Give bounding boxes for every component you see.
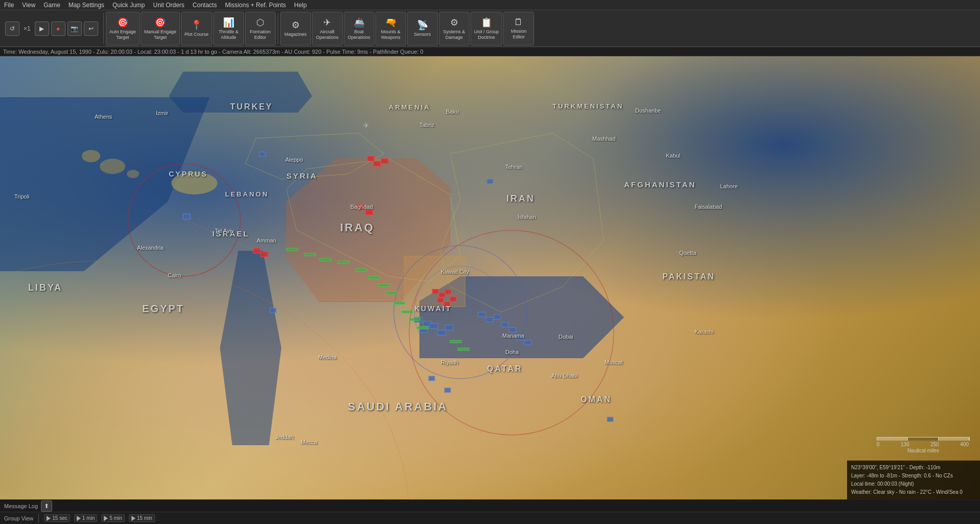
systems-damage-button[interactable]: ⚙ Systems &Damage	[439, 12, 470, 46]
status-bar: Time: Wednesday, August 15, 1990 - Zulu:…	[0, 47, 980, 56]
scale-unit: Nautical miles	[877, 448, 970, 453]
formation-label: FormationEditor	[250, 29, 271, 40]
playback-controls: ↺ ×1 ▶ ● 📷 ↩	[2, 21, 101, 36]
aircraft-ops-label: AircraftOperations	[316, 29, 339, 40]
play-5min-icon	[104, 516, 108, 521]
speed-display: ×1	[21, 25, 33, 32]
manual-engage-icon: 🎯	[154, 17, 166, 28]
auto-engage-icon: 🎯	[117, 17, 128, 28]
play-15sec-label: 15 sec	[52, 515, 67, 521]
plot-course-button[interactable]: 📍 Plot Course	[181, 12, 212, 46]
play-15min-label: 15 min	[137, 515, 152, 521]
scale-labels: 0 130 250 400	[877, 442, 969, 447]
upload-button[interactable]: ⬆	[41, 500, 52, 512]
toolbar-divider-1	[103, 13, 104, 44]
menu-unit-orders[interactable]: Unit Orders	[153, 2, 184, 9]
map-area[interactable]: ✈ TURKEY ARMENIA TURKMENISTAN CYPRUS LEB…	[0, 56, 980, 499]
menubar: File View Game Map Settings Quick Jump U…	[0, 0, 980, 10]
magazines-button[interactable]: ⚙ Magazines	[280, 12, 311, 46]
menu-view[interactable]: View	[22, 2, 35, 9]
throttle-label: Throttle &Altitude	[218, 29, 238, 40]
group-view-label: Group View	[4, 515, 33, 521]
message-log-label: Message Log	[4, 503, 38, 509]
formation-icon: ⬡	[256, 17, 264, 28]
toolbar: ↺ ×1 ▶ ● 📷 ↩ 🎯 Auto EngageTarget 🎯 Manua…	[0, 10, 980, 47]
play-5min-button[interactable]: 5 min	[101, 514, 124, 522]
menu-help[interactable]: Help	[294, 2, 307, 9]
play-15sec-icon	[47, 516, 51, 521]
doctrine-icon: 📋	[481, 17, 492, 28]
message-log-bar: Message Log ⬆	[0, 499, 980, 512]
magazines-icon: ⚙	[292, 19, 300, 31]
mission-label: MissionEditor	[511, 29, 527, 40]
auto-engage-button[interactable]: 🎯 Auto EngageTarget	[106, 12, 140, 46]
sensors-label: Sensors	[414, 32, 431, 37]
doctrine-label: Unit / GroupDoctrine	[474, 29, 499, 40]
info-line4: Weather: Clear sky - No rain - 22°C - Wi…	[851, 488, 976, 496]
info-line2: Layer: -48m to -81m - Strength: 0.6 - No…	[851, 472, 976, 480]
kuwait-region	[404, 256, 465, 307]
play-5min-label: 5 min	[109, 515, 122, 521]
record-button[interactable]: ●	[51, 21, 65, 36]
menu-quick-jump[interactable]: Quick Jump	[113, 2, 145, 9]
systems-icon: ⚙	[450, 17, 458, 28]
scale-250: 250	[930, 442, 939, 447]
info-line3: Local time: 00:00:03 (Night)	[851, 480, 976, 488]
auto-engage-label: Auto EngageTarget	[109, 29, 136, 40]
manual-engage-button[interactable]: 🎯 Manual EngageTarget	[141, 12, 180, 46]
camera-button[interactable]: 📷	[68, 21, 82, 36]
status-text: Time: Wednesday, August 15, 1990 - Zulu:…	[3, 49, 424, 55]
scale-400: 400	[960, 442, 969, 447]
back-button[interactable]: ↩	[84, 21, 98, 36]
plot-course-icon: 📍	[191, 19, 202, 31]
bottom-bar: Group View 15 sec 1 min 5 min 15 min	[0, 512, 980, 524]
sensors-icon: 📡	[417, 19, 428, 31]
toolbar-divider-2	[278, 13, 278, 44]
mounts-label: Mounts &Weapons	[381, 29, 400, 40]
unit-doctrine-button[interactable]: 📋 Unit / GroupDoctrine	[471, 12, 503, 46]
play-15min-button[interactable]: 15 min	[129, 514, 155, 522]
aircraft-ops-button[interactable]: ✈ AircraftOperations	[312, 12, 343, 46]
systems-label: Systems &Damage	[443, 29, 465, 40]
throttle-altitude-button[interactable]: 📊 Throttle &Altitude	[213, 12, 244, 46]
scale-0: 0	[877, 442, 880, 447]
scale-seg-3	[939, 438, 969, 441]
manual-engage-label: Manual EngageTarget	[144, 29, 176, 40]
menu-file[interactable]: File	[4, 2, 14, 9]
plot-course-label: Plot Course	[185, 32, 209, 37]
scale-130: 130	[901, 442, 909, 447]
mounts-icon: 🔫	[385, 17, 396, 28]
formation-editor-button[interactable]: ⬡ FormationEditor	[245, 12, 276, 46]
scale-bar-visual	[877, 437, 970, 441]
info-panel: N23°39'00", E59°19'21" - Depth: -110m La…	[847, 461, 980, 499]
play-1min-button[interactable]: 1 min	[74, 514, 97, 522]
menu-contacts[interactable]: Contacts	[193, 2, 217, 9]
mounts-weapons-button[interactable]: 🔫 Mounts &Weapons	[375, 12, 406, 46]
scale-bar: 0 130 250 400 Nautical miles	[877, 437, 970, 453]
bottom-divider	[38, 514, 39, 523]
magazines-label: Magazines	[284, 32, 307, 37]
sensors-button[interactable]: 📡 Sensors	[407, 12, 438, 46]
menu-game[interactable]: Game	[43, 2, 60, 9]
scale-seg-2	[908, 438, 939, 441]
play-15sec-button[interactable]: 15 sec	[44, 514, 70, 522]
menu-map-settings[interactable]: Map Settings	[69, 2, 104, 9]
play-button[interactable]: ▶	[35, 21, 49, 36]
reset-button[interactable]: ↺	[5, 21, 19, 36]
throttle-icon: 📊	[223, 17, 234, 28]
scale-seg-1	[877, 438, 908, 441]
mission-editor-button[interactable]: 🗒 MissionEditor	[503, 12, 534, 46]
play-1min-label: 1 min	[82, 515, 95, 521]
info-line1: N23°39'00", E59°19'21" - Depth: -110m	[851, 464, 976, 472]
mission-icon: 🗒	[514, 17, 523, 28]
aircraft-ops-icon: ✈	[323, 17, 331, 28]
boat-ops-button[interactable]: 🚢 BoatOperations	[344, 12, 374, 46]
boat-ops-icon: 🚢	[353, 17, 365, 28]
play-15min-icon	[131, 516, 136, 521]
play-1min-icon	[77, 516, 81, 521]
boat-ops-label: BoatOperations	[348, 29, 370, 40]
menu-missions[interactable]: Missions + Ref. Points	[225, 2, 286, 9]
